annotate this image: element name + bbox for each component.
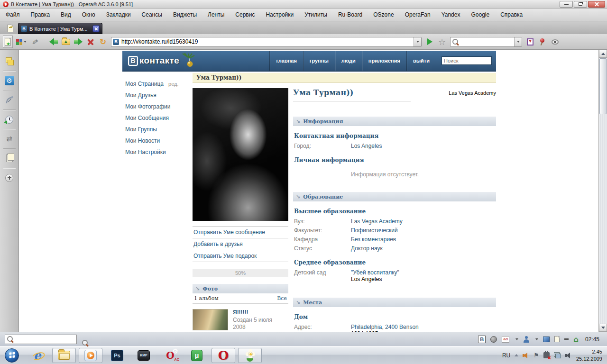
search-input[interactable]: [459, 38, 514, 45]
send-message-link[interactable]: Отправить Уме сообщение: [193, 227, 288, 238]
menu-edit[interactable]: Правка: [31, 11, 50, 18]
back-button[interactable]: [49, 36, 58, 47]
menu-oszone[interactable]: OSzone: [373, 11, 394, 18]
address-bar[interactable]: B: [111, 37, 422, 47]
taskbar-item-photoshop[interactable]: Ps: [105, 348, 129, 363]
sidebar-item-my-groups[interactable]: Мои Группы: [122, 124, 193, 135]
menu-feeds[interactable]: Ленты: [208, 11, 224, 18]
menu-utilities[interactable]: Утилиты: [304, 11, 327, 18]
address-input[interactable]: [121, 38, 414, 46]
city-value-link[interactable]: Los Angeles: [351, 143, 382, 149]
new-tab-button[interactable]: [2, 23, 18, 34]
document-icon[interactable]: [554, 336, 560, 342]
status-value-link[interactable]: Доктор наук: [351, 245, 383, 252]
sidebar-item-my-news[interactable]: Мои Новости: [122, 135, 193, 146]
menu-help[interactable]: Справка: [500, 11, 523, 18]
minimize-tray-icon[interactable]: [564, 338, 569, 340]
album-title-link[interactable]: Я!!!!!!: [233, 309, 283, 317]
info-section-header[interactable]: Информация: [293, 117, 496, 126]
menu-window[interactable]: Окно: [82, 11, 95, 18]
language-indicator[interactable]: RU: [502, 352, 510, 359]
tab-close-button[interactable]: [92, 25, 100, 32]
add-friend-link[interactable]: Добавить в друзья: [193, 238, 288, 250]
education-section-header[interactable]: Образование: [293, 192, 496, 201]
menu-bookmarks[interactable]: Закладки: [106, 11, 131, 18]
speaker-icon[interactable]: [565, 352, 572, 358]
vk-logo[interactable]: В контакте: [128, 53, 196, 69]
vk-search-input[interactable]: [441, 56, 492, 65]
department-value-link[interactable]: Без коментариев: [351, 236, 396, 243]
sidebar-item-my-page[interactable]: Моя Страницаред.: [122, 78, 193, 90]
minimize-button[interactable]: [560, 1, 573, 8]
address-dropdown-button[interactable]: [414, 37, 421, 46]
forward-button[interactable]: [74, 36, 83, 47]
desk-search-field[interactable]: [5, 335, 77, 344]
scrollbar-thumb[interactable]: [599, 58, 607, 114]
go-button[interactable]: [425, 36, 434, 47]
search-field[interactable]: [450, 37, 522, 47]
transfers-panel-button[interactable]: [3, 133, 16, 145]
history-panel-button[interactable]: [3, 114, 16, 125]
sidebar-item-my-settings[interactable]: Мои Настройки: [122, 146, 193, 158]
menu-view[interactable]: Вид: [61, 11, 71, 18]
taskbar-item-explorer[interactable]: [52, 348, 76, 363]
sidebar-item-my-photos[interactable]: Мои Фотографии: [122, 101, 193, 112]
notes-panel-button[interactable]: [3, 55, 16, 67]
scrollbar-track[interactable]: [599, 115, 607, 324]
chevron-down-icon[interactable]: [515, 338, 518, 340]
taskbar-item-opera-ac[interactable]: OAC: [158, 348, 182, 363]
vk-nav-logout[interactable]: выйти: [406, 51, 436, 71]
taskbar-item-kmplayer[interactable]: KMP: [132, 348, 156, 363]
restore-button[interactable]: [574, 1, 587, 8]
menu-tools[interactable]: Сервис: [235, 11, 255, 18]
sidebar-item-my-messages[interactable]: Мои Сообщения: [122, 112, 193, 124]
stop-button[interactable]: [86, 36, 95, 47]
scroll-down-button[interactable]: [599, 324, 607, 332]
vk-nav-groups[interactable]: группы: [303, 51, 335, 71]
menu-sessions[interactable]: Сеансы: [142, 11, 162, 18]
taskbar-item-media-player[interactable]: [79, 348, 102, 363]
close-button[interactable]: [588, 1, 605, 8]
vk-tray-icon[interactable]: B: [478, 336, 486, 343]
volume-icon[interactable]: [523, 352, 529, 358]
university-value-link[interactable]: Las Vegas Academy: [351, 218, 403, 225]
home-lamp-icon[interactable]: [573, 335, 579, 344]
kindergarten-value-link[interactable]: "Убей воспиталку": [351, 269, 399, 276]
chevron-down-icon[interactable]: [535, 338, 538, 340]
edit-button[interactable]: [30, 36, 39, 47]
search-engine-dropdown[interactable]: [514, 37, 522, 46]
photos-section-header[interactable]: Фото: [193, 284, 288, 293]
album-thumbnail[interactable]: [193, 309, 228, 330]
links-panel-button[interactable]: [3, 94, 16, 106]
panels-toggle-button[interactable]: [3, 36, 12, 47]
tab-vkontakte[interactable]: B В Контакте | Ума Турм...: [18, 23, 102, 34]
widgets-panel-button[interactable]: [3, 75, 16, 86]
menu-operafan[interactable]: OperaFan: [405, 11, 431, 18]
send-gift-link[interactable]: Отправить Уме подарок: [193, 250, 288, 262]
faculty-value-link[interactable]: Пофигистический: [351, 227, 398, 234]
vk-nav-apps[interactable]: приложения: [362, 51, 406, 71]
menu-ru-board[interactable]: Ru-Board: [338, 11, 362, 18]
taskbar-item-opera[interactable]: O: [212, 348, 235, 363]
transfers-button[interactable]: [526, 36, 534, 47]
add-panel-button[interactable]: [3, 172, 16, 183]
power-plug-icon[interactable]: [543, 352, 550, 358]
pin-button[interactable]: [538, 36, 547, 47]
network-icon[interactable]: [554, 352, 561, 358]
sidebar-item-my-friends[interactable]: Мои Друзья: [122, 90, 193, 101]
menu-widgets[interactable]: Виджеты: [173, 11, 197, 18]
display-icon[interactable]: [543, 337, 550, 342]
vk-nav-people[interactable]: люди: [335, 51, 362, 71]
menu-file[interactable]: Файл: [6, 11, 20, 18]
profile-photo[interactable]: [193, 88, 288, 221]
view-button[interactable]: [551, 36, 559, 47]
windows-panel-button[interactable]: [3, 153, 16, 164]
taskbar-item-flower-app[interactable]: [238, 348, 262, 363]
tile-windows-button[interactable]: [16, 36, 27, 47]
taskbar-item-utorrent[interactable]: µ: [185, 348, 209, 363]
action-center-flag-icon[interactable]: [533, 352, 539, 359]
vk-nav-home[interactable]: главная: [269, 51, 303, 71]
vertical-scrollbar[interactable]: [598, 50, 607, 332]
ad-blocker-icon[interactable]: ad: [502, 336, 509, 343]
places-section-header[interactable]: Места: [293, 298, 496, 307]
